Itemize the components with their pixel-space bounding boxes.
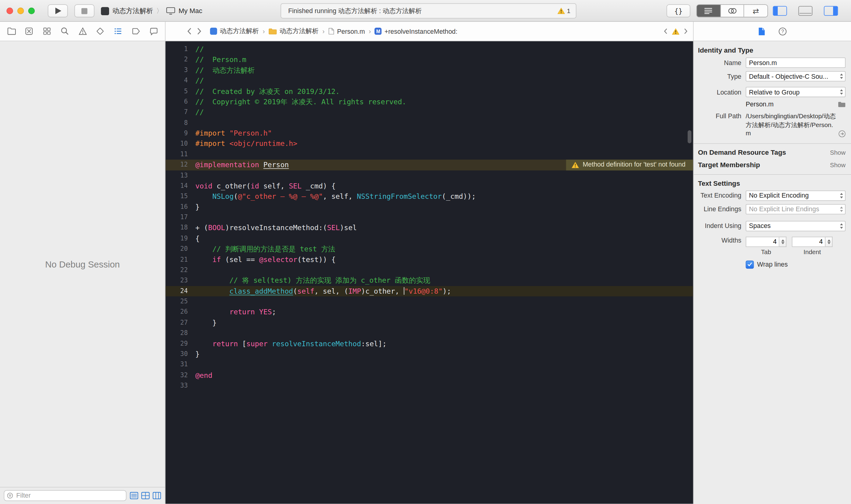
target-membership-show-button[interactable]: Show bbox=[830, 161, 846, 168]
assistant-editor-button[interactable] bbox=[721, 5, 744, 17]
crumb-project[interactable]: 动态方法解析 bbox=[210, 26, 259, 36]
tab-width-stepper[interactable] bbox=[779, 236, 786, 247]
stop-button[interactable] bbox=[74, 4, 94, 17]
code-line-2[interactable]: 2// Person.m bbox=[166, 54, 693, 65]
symbol-navigator-tab[interactable] bbox=[40, 23, 54, 39]
code-line-20[interactable]: 20 // 判断调用的方法是否是 test 方法 bbox=[166, 244, 693, 254]
code-text[interactable]: // Person.m bbox=[195, 54, 247, 65]
code-line-10[interactable]: 10#import <objc/runtime.h> bbox=[166, 139, 693, 149]
warning-icon[interactable] bbox=[672, 28, 680, 34]
crumb-symbol[interactable]: M +resolveInstanceMethod: bbox=[375, 28, 457, 35]
code-line-21[interactable]: 21 if (sel == @selector(test)) { bbox=[166, 254, 693, 265]
quick-help-inspector-tab-icon[interactable]: ? bbox=[778, 27, 787, 36]
type-popup[interactable]: Default - Objective-C Sou... bbox=[746, 71, 846, 82]
code-text[interactable]: } bbox=[195, 202, 200, 213]
code-text[interactable]: void c_other(id self, SEL _cmd) { bbox=[195, 181, 336, 191]
code-line-27[interactable]: 27 } bbox=[166, 317, 693, 328]
code-line-16[interactable]: 16} bbox=[166, 202, 693, 213]
view-grid-icon[interactable] bbox=[141, 492, 150, 500]
code-text[interactable]: // 动态方法解析 bbox=[195, 65, 255, 76]
indent-using-popup[interactable]: Spaces bbox=[746, 221, 846, 231]
code-line-17[interactable]: 17 bbox=[166, 212, 693, 223]
code-text[interactable]: @end bbox=[195, 370, 213, 381]
code-line-1[interactable]: 1// bbox=[166, 44, 693, 55]
code-text[interactable]: // bbox=[195, 107, 204, 118]
toolbar-warning-count[interactable]: 1 bbox=[557, 4, 571, 18]
name-field[interactable] bbox=[746, 57, 846, 68]
source-control-navigator-tab[interactable] bbox=[23, 23, 36, 39]
code-text[interactable]: if (sel == @selector(test)) { bbox=[195, 254, 336, 265]
previous-issue-icon[interactable] bbox=[664, 28, 668, 34]
next-issue-icon[interactable] bbox=[684, 28, 688, 34]
crumb-group[interactable]: 动态方法解析 bbox=[269, 26, 319, 36]
code-line-12[interactable]: 12@implementation PersonMethod definitio… bbox=[166, 160, 693, 170]
text-encoding-popup[interactable]: No Explicit Encoding bbox=[746, 190, 846, 201]
project-navigator-tab[interactable] bbox=[5, 23, 18, 39]
code-line-24[interactable]: 24 class_addMethod(self, sel, (IMP)c_oth… bbox=[166, 286, 693, 296]
minimize-window-button[interactable] bbox=[17, 7, 24, 14]
code-line-18[interactable]: 18+ (BOOL)resolveInstanceMethod:(SEL)sel bbox=[166, 223, 693, 233]
code-text[interactable]: class_addMethod(self, sel, (IMP)c_other,… bbox=[195, 286, 451, 296]
toggle-inspector-button[interactable] bbox=[824, 6, 838, 16]
run-button[interactable] bbox=[48, 4, 68, 17]
code-line-9[interactable]: 9#import "Person.h" bbox=[166, 128, 693, 139]
code-line-13[interactable]: 13 bbox=[166, 170, 693, 181]
crumb-file[interactable]: Person.m bbox=[328, 28, 365, 35]
code-line-31[interactable]: 31 bbox=[166, 360, 693, 370]
toggle-navigator-button[interactable] bbox=[773, 6, 787, 16]
indent-width-stepper[interactable] bbox=[826, 236, 832, 247]
code-text[interactable]: return [super resolveInstanceMethod:sel]… bbox=[195, 338, 386, 349]
code-line-11[interactable]: 11 bbox=[166, 149, 693, 160]
filter-field[interactable] bbox=[4, 490, 126, 501]
code-text[interactable]: // bbox=[195, 44, 204, 55]
on-demand-show-button[interactable]: Show bbox=[830, 149, 846, 155]
tab-width-field[interactable] bbox=[746, 236, 780, 247]
zoom-window-button[interactable] bbox=[28, 7, 35, 14]
debug-navigator-tab[interactable] bbox=[111, 23, 125, 39]
code-line-15[interactable]: 15 NSLog(@"c_other – %@ – %@", self, NSS… bbox=[166, 191, 693, 202]
scheme-name[interactable]: 动态方法解析 bbox=[112, 6, 153, 16]
line-endings-popup[interactable]: No Explicit Line Endings bbox=[746, 204, 846, 214]
inline-warning-banner[interactable]: Method definition for 'test' not found bbox=[566, 160, 693, 170]
name-input[interactable] bbox=[746, 59, 845, 67]
indent-width-field[interactable] bbox=[792, 236, 826, 247]
code-text[interactable]: } bbox=[195, 349, 200, 360]
code-line-7[interactable]: 7// bbox=[166, 107, 693, 118]
code-line-23[interactable]: 23 // 将 sel(test) 方法的实现 添加为 c_other 函数的实… bbox=[166, 275, 693, 286]
code-text[interactable]: // 将 sel(test) 方法的实现 添加为 c_other 函数的实现 bbox=[195, 275, 430, 286]
file-inspector-tab-icon[interactable] bbox=[758, 27, 765, 36]
code-line-33[interactable]: 33 bbox=[166, 381, 693, 391]
code-line-30[interactable]: 30} bbox=[166, 349, 693, 360]
standard-editor-button[interactable] bbox=[697, 5, 721, 17]
code-line-28[interactable]: 28 bbox=[166, 328, 693, 339]
toggle-debug-area-button[interactable] bbox=[798, 6, 812, 16]
code-line-25[interactable]: 25 bbox=[166, 296, 693, 307]
breakpoint-navigator-tab[interactable] bbox=[129, 23, 142, 39]
issue-navigator-tab[interactable] bbox=[76, 23, 89, 39]
code-text[interactable]: NSLog(@"c_other – %@ – %@", self, NSStri… bbox=[195, 191, 476, 202]
indent-width-input[interactable] bbox=[792, 237, 825, 246]
location-popup[interactable]: Relative to Group bbox=[746, 87, 846, 97]
view-list-icon[interactable] bbox=[130, 492, 139, 500]
forward-icon[interactable] bbox=[197, 28, 201, 35]
code-line-6[interactable]: 6// Copyright © 2019年 冰凌天. All rights re… bbox=[166, 97, 693, 107]
code-line-5[interactable]: 5// Created by 冰凌天 on 2019/3/12. bbox=[166, 86, 693, 97]
source-editor[interactable]: 1//2// Person.m3// 动态方法解析4//5// Created … bbox=[166, 41, 693, 504]
reveal-path-arrow-icon[interactable] bbox=[838, 130, 846, 137]
choose-file-folder-icon[interactable] bbox=[838, 101, 846, 107]
code-text[interactable]: { bbox=[195, 233, 200, 244]
code-line-29[interactable]: 29 return [super resolveInstanceMethod:s… bbox=[166, 338, 693, 349]
find-navigator-tab[interactable] bbox=[58, 23, 71, 39]
close-window-button[interactable] bbox=[6, 7, 13, 14]
code-line-8[interactable]: 8 bbox=[166, 118, 693, 128]
code-line-4[interactable]: 4// bbox=[166, 75, 693, 86]
version-editor-button[interactable]: ⇄ bbox=[744, 5, 767, 17]
code-text[interactable]: // bbox=[195, 75, 204, 86]
code-snippet-button[interactable]: {} bbox=[667, 4, 690, 17]
code-line-19[interactable]: 19{ bbox=[166, 233, 693, 244]
code-text[interactable]: // Created by 冰凌天 on 2019/3/12. bbox=[195, 86, 340, 97]
wrap-lines-checkbox[interactable] bbox=[746, 260, 754, 268]
code-line-14[interactable]: 14void c_other(id self, SEL _cmd) { bbox=[166, 181, 693, 191]
view-columns-icon[interactable] bbox=[152, 492, 161, 500]
scheme-selector[interactable]: 动态方法解析 〉 My Mac bbox=[101, 4, 202, 17]
